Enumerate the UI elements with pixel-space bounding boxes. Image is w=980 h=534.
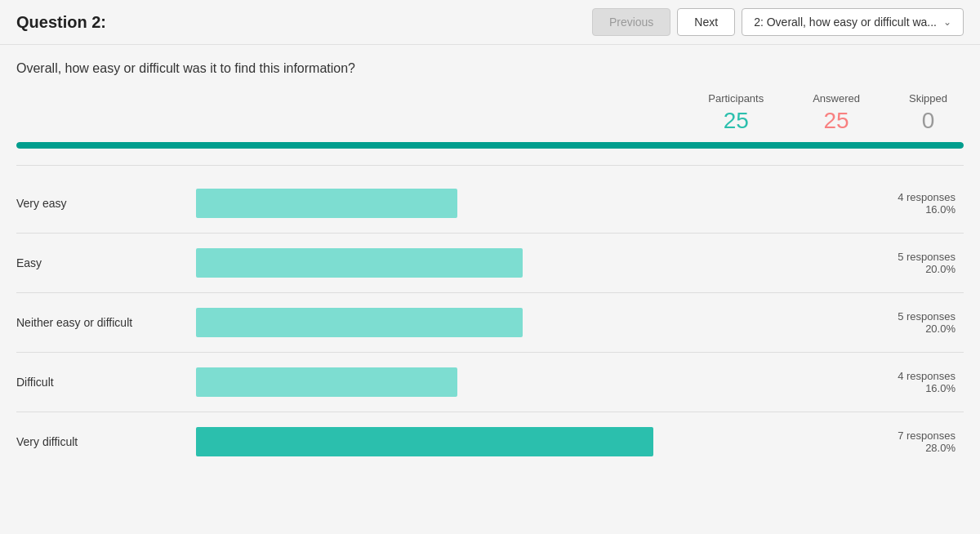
answered-label: Answered [813,92,860,105]
bar [196,248,523,278]
bar [196,427,653,456]
answered-value: 25 [813,108,860,134]
response-count: 4 responses [841,370,956,382]
bar-wrapper [196,308,841,337]
chevron-down-icon: ⌄ [943,16,951,28]
response-count: 5 responses [841,251,956,263]
row-label: Very easy [16,197,196,210]
row-stats: 4 responses 16.0% [841,370,964,394]
response-pct: 28.0% [841,442,956,454]
chart-row: Easy 5 responses 20.0% [16,234,964,293]
bar-wrapper [196,248,841,278]
main-content: Overall, how easy or difficult was it to… [0,45,980,487]
progress-bar-fill [16,142,964,149]
row-label: Neither easy or difficult [16,316,196,329]
chart-row: Very easy 4 responses 16.0% [16,174,964,234]
progress-bar-container [16,142,964,149]
skipped-label: Skipped [909,92,947,105]
row-stats: 5 responses 20.0% [841,310,964,335]
chart-row: Difficult 4 responses 16.0% [16,353,964,412]
response-pct: 16.0% [841,382,956,394]
question-dropdown[interactable]: 2: Overall, how easy or difficult wa... … [742,8,964,36]
response-count: 7 responses [841,429,956,442]
bar [196,189,457,218]
response-pct: 20.0% [841,263,956,275]
bar-wrapper [196,189,841,218]
question-title: Question 2: [16,13,582,32]
question-text: Overall, how easy or difficult was it to… [16,61,964,76]
chart-row: Neither easy or difficult 5 responses 20… [16,293,964,353]
chart-area: Very easy 4 responses 16.0% Easy 5 respo… [16,174,964,471]
bar-wrapper [196,367,841,397]
response-count: 5 responses [841,310,956,323]
header-nav: Previous Next 2: Overall, how easy or di… [592,8,964,36]
prev-button[interactable]: Previous [592,8,670,36]
response-pct: 20.0% [841,323,956,335]
stat-answered: Answered 25 [813,92,860,134]
response-count: 4 responses [841,191,956,203]
next-button[interactable]: Next [677,8,735,36]
chart-row: Very difficult 7 responses 28.0% [16,412,964,471]
stats-row: Participants 25 Answered 25 Skipped 0 [16,92,964,134]
response-pct: 16.0% [841,203,956,216]
bar [196,308,523,337]
bar [196,367,457,397]
stat-participants: Participants 25 [708,92,764,134]
stat-skipped: Skipped 0 [909,92,947,134]
row-stats: 5 responses 20.0% [841,251,964,275]
row-label: Difficult [16,376,196,389]
row-label: Easy [16,256,196,269]
participants-label: Participants [708,92,764,105]
participants-value: 25 [708,108,764,134]
bar-wrapper [196,427,841,456]
section-divider [16,165,964,166]
row-stats: 4 responses 16.0% [841,191,964,216]
skipped-value: 0 [909,108,947,134]
page-header: Question 2: Previous Next 2: Overall, ho… [0,0,980,45]
row-stats: 7 responses 28.0% [841,429,964,454]
dropdown-text: 2: Overall, how easy or difficult wa... [754,16,937,29]
row-label: Very difficult [16,435,196,448]
